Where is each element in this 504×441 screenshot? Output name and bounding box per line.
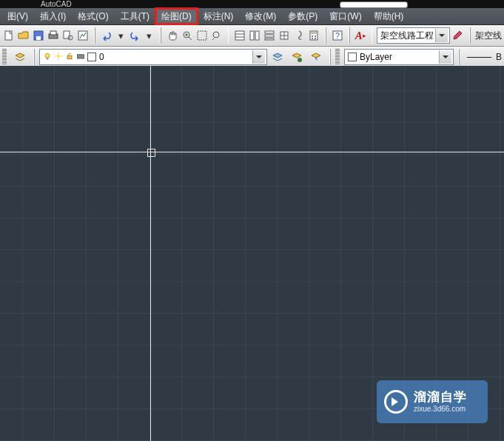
svg-rect-35 (67, 55, 72, 59)
svg-point-23 (315, 36, 316, 37)
zoom-window-icon[interactable] (195, 27, 209, 44)
svg-rect-0 (5, 31, 12, 40)
menu-modify[interactable]: 修改(M) (239, 8, 282, 24)
svg-point-37 (298, 58, 302, 62)
drawing-area[interactable]: 溜溜自学 zixue.3d66.com (0, 66, 504, 441)
undo-icon[interactable] (100, 27, 113, 44)
menu-format[interactable]: 格式(O) (72, 8, 114, 24)
right-truncated-label-2: B (496, 52, 502, 62)
print-preview-icon[interactable] (61, 27, 75, 44)
brush-icon[interactable] (451, 27, 465, 44)
svg-point-28 (45, 53, 50, 58)
svg-rect-4 (50, 31, 56, 35)
new-icon[interactable] (2, 27, 16, 44)
svg-rect-17 (265, 35, 274, 37)
svg-point-24 (312, 38, 313, 39)
plot-icon[interactable] (76, 27, 90, 44)
color-value: ByLayer (360, 52, 437, 62)
separator (458, 49, 460, 65)
zoom-prev-icon[interactable] (210, 27, 224, 44)
open-icon[interactable] (17, 27, 30, 44)
separator (349, 27, 350, 44)
svg-rect-14 (250, 31, 254, 40)
menu-tools[interactable]: 工具(T) (115, 8, 155, 24)
sheet-set-icon[interactable] (278, 27, 291, 44)
chevron-down-icon[interactable] (439, 50, 451, 64)
lock-open-icon (65, 52, 74, 63)
separator (228, 27, 229, 44)
watermark-url: zixue.3d66.com (414, 405, 467, 414)
svg-text:?: ? (335, 32, 340, 40)
layer-props-icon[interactable] (11, 48, 29, 66)
sun-icon (54, 52, 63, 63)
redo-dropdown-icon[interactable]: ▾ (143, 27, 155, 44)
properties-icon[interactable] (233, 27, 246, 44)
menu-params[interactable]: 参数(P) (282, 8, 323, 24)
print-icon[interactable] (47, 27, 60, 44)
project-select[interactable]: 架空线路工程 (377, 27, 450, 44)
svg-rect-9 (198, 31, 206, 40)
watermark: 溜溜自学 zixue.3d66.com (377, 380, 488, 423)
right-truncated-label: 架空线 (475, 30, 502, 42)
menu-insert[interactable]: 插入(I) (34, 8, 72, 24)
help-icon[interactable]: ? (331, 27, 344, 44)
tool-palettes-icon[interactable] (263, 27, 276, 44)
color-select[interactable]: ByLayer (344, 49, 454, 65)
redo-icon[interactable] (128, 27, 141, 44)
save-icon[interactable] (32, 27, 45, 44)
undo-dropdown-icon[interactable]: ▾ (115, 27, 127, 44)
plot-enabled-icon (76, 52, 85, 63)
menu-view[interactable]: 图(V) (1, 8, 34, 24)
pan-icon[interactable] (166, 27, 179, 44)
svg-rect-15 (255, 31, 259, 40)
layer-color-swatch (87, 53, 96, 61)
project-select-value: 架空线路工程 (380, 30, 434, 42)
watermark-title: 溜溜自学 (414, 390, 467, 405)
svg-rect-11 (235, 31, 244, 40)
play-icon (384, 390, 408, 414)
svg-rect-5 (64, 31, 70, 38)
svg-rect-2 (36, 36, 41, 40)
menu-dimension[interactable]: 标注(N) (198, 8, 240, 24)
design-center-icon[interactable] (248, 27, 261, 44)
grip-icon[interactable] (2, 49, 7, 65)
markup-icon[interactable] (292, 27, 306, 44)
layer-select[interactable]: 0 (39, 49, 267, 65)
svg-point-25 (315, 38, 316, 39)
layer-states-icon[interactable] (269, 48, 286, 66)
layer-name: 0 (99, 52, 251, 62)
crosshair-vertical (150, 66, 151, 441)
menu-bar: 图(V) 插入(I) 格式(O) 工具(T) 绘图(D) 标注(N) 修改(M)… (0, 8, 504, 25)
cursor-pickbox (147, 149, 155, 157)
svg-rect-21 (311, 32, 317, 34)
textstyle-icon[interactable]: A▸ (355, 27, 367, 44)
separator (372, 27, 373, 44)
svg-rect-29 (47, 58, 49, 59)
separator (469, 27, 471, 44)
menu-help[interactable]: 帮助(H) (368, 8, 410, 24)
svg-rect-16 (265, 31, 274, 33)
lightbulb-icon (43, 52, 52, 63)
separator (329, 49, 331, 65)
menu-window[interactable]: 窗口(W) (323, 8, 367, 24)
separator (325, 27, 326, 44)
chevron-down-icon[interactable] (435, 29, 448, 42)
crosshair-horizontal (0, 152, 504, 152)
menu-draw[interactable]: 绘图(D) (155, 8, 198, 24)
chevron-down-icon[interactable] (252, 50, 265, 64)
svg-point-22 (312, 36, 313, 37)
grip-icon[interactable] (335, 49, 340, 65)
linetype-preview (467, 57, 491, 58)
svg-rect-18 (265, 38, 274, 40)
layer-toolbar: 0 ByLayer B (0, 47, 504, 68)
svg-point-30 (57, 54, 61, 58)
quickcalc-icon[interactable] (307, 27, 320, 44)
search-input[interactable] (340, 1, 408, 8)
zoom-realtime-icon[interactable] (181, 27, 194, 44)
title-bar: AutoCAD (0, 0, 504, 8)
layer-prev-icon[interactable] (307, 48, 325, 66)
standard-toolbar: ▾ ▾ ? A▸ 架空线路工程 架空线 (0, 25, 504, 47)
separator (94, 27, 95, 44)
separator (33, 49, 35, 65)
layer-iso-icon[interactable] (288, 48, 306, 66)
